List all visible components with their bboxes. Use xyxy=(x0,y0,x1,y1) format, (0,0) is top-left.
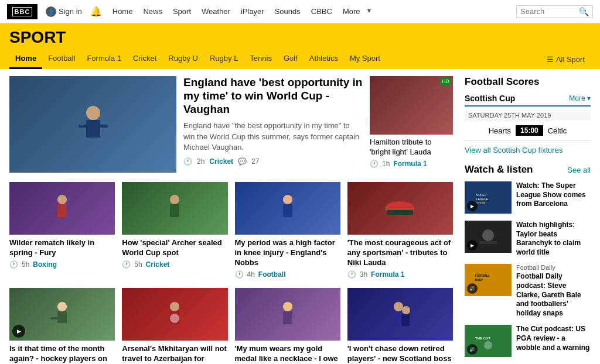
sport-nav-rugbyu[interactable]: Rugby U xyxy=(162,49,204,69)
sign-in-button[interactable]: 👤 Sign in xyxy=(46,6,82,17)
nav-more-chevron: ▼ xyxy=(366,7,373,16)
see-all-link[interactable]: See all xyxy=(567,166,591,174)
audio-icon-4[interactable]: 🔊 xyxy=(467,344,478,355)
football1-time: 4h xyxy=(247,270,255,279)
watch-item-4-title[interactable]: The Cut podcast: US PGA review - a wobbl… xyxy=(516,325,591,352)
grid-item-arsenal-title[interactable]: Arsenal's Mkhitaryan will not travel to … xyxy=(122,344,227,364)
watch-item-2: ▶ Watch highlights: Taylor beats Baranch… xyxy=(465,221,591,257)
side-clock-icon: 🕐 xyxy=(370,160,379,168)
more-link[interactable]: More ▾ xyxy=(569,94,591,102)
watch-item-1-thumb[interactable]: SUPERLEAGUESHOW ▶ xyxy=(465,181,512,214)
grid-item-hockey: ▶ Is it that time of the month again? - … xyxy=(9,288,115,364)
all-sport-button[interactable]: ☰ All Sport xyxy=(541,50,591,68)
hockey-image xyxy=(47,300,77,329)
watch-item-4: THE CUT 🔊 The Cut podcast: US PGA review… xyxy=(465,325,591,357)
grid-row-2: ▶ Is it that time of the month again? - … xyxy=(9,288,453,364)
search-icon[interactable]: 🔍 xyxy=(579,7,589,16)
featured-category[interactable]: Cricket xyxy=(209,157,233,166)
side-category[interactable]: Formula 1 xyxy=(393,160,427,168)
featured-headline[interactable]: England have 'best opportunity in my tim… xyxy=(183,76,363,116)
side-time: 1h xyxy=(382,160,390,168)
nav-cbbc[interactable]: CBBC xyxy=(306,7,337,16)
svg-point-4 xyxy=(57,195,67,204)
svg-point-22 xyxy=(402,306,410,314)
all-sport-label: All Sport xyxy=(556,55,585,64)
watch-item-1-title[interactable]: Watch: The Super League Show comes from … xyxy=(516,181,591,209)
featured-main-text: England have 'best opportunity in my tim… xyxy=(183,76,363,173)
svg-point-29 xyxy=(482,229,494,241)
nav-sounds[interactable]: Sounds xyxy=(270,7,305,16)
nav-news[interactable]: News xyxy=(138,7,167,16)
featured-meta: 🕐 2h Cricket 💬 27 xyxy=(183,157,363,166)
grid-item-netball: 'My mum wears my gold medal like a neckl… xyxy=(235,288,340,364)
play-icon-1[interactable]: ▶ xyxy=(467,201,478,211)
view-fixtures-link[interactable]: View all Scottish Cup fixtures xyxy=(465,146,562,154)
nav-weather[interactable]: Weather xyxy=(197,7,235,16)
sport-nav-cricket[interactable]: Cricket xyxy=(127,49,162,69)
svg-text:THE CUT: THE CUT xyxy=(475,336,490,340)
grid-item-hockey-title[interactable]: Is it that time of the month again? - ho… xyxy=(9,344,115,364)
svg-rect-3 xyxy=(100,125,108,128)
grid-item-formula1-title[interactable]: 'The most courageous act of any sportsma… xyxy=(347,238,453,268)
sport-nav-home[interactable]: Home xyxy=(9,49,42,69)
sport-nav-formula1[interactable]: Formula 1 xyxy=(81,49,127,69)
search-box[interactable]: 🔍 xyxy=(516,5,593,18)
sport-nav-football[interactable]: Football xyxy=(42,49,81,69)
boxing-category[interactable]: Boxing xyxy=(33,260,57,269)
grid-item-cricket-title[interactable]: How 'special' Archer sealed World Cup sp… xyxy=(122,238,227,258)
svg-point-0 xyxy=(86,106,100,120)
hamburger-icon: ☰ xyxy=(547,55,554,64)
svg-rect-14 xyxy=(50,317,59,320)
sport-nav-tennis[interactable]: Tennis xyxy=(244,49,278,69)
sport-header: SPORT Home Football Formula 1 Cricket Ru… xyxy=(0,23,600,69)
grid-item-scotland: 'I won't chase down retired players' - n… xyxy=(347,288,453,364)
featured-side-title[interactable]: Hamilton tribute to 'bright light' Lauda xyxy=(370,138,453,157)
grid-item-football1-title[interactable]: My period was a high factor in knee inju… xyxy=(235,238,340,268)
watch-item-4-thumb[interactable]: THE CUT 🔊 xyxy=(465,325,512,357)
formula1-image xyxy=(384,200,416,217)
watch-item-3-title[interactable]: Football Daily podcast: Steve Clarke, Ga… xyxy=(516,272,591,318)
grid-item-netball-title[interactable]: 'My mum wears my gold medal like a neckl… xyxy=(235,344,340,364)
cut-podcast-thumb: THE CUT xyxy=(473,331,503,351)
audio-icon-3[interactable]: 🔊 xyxy=(467,283,478,294)
watch-item-3-thumb[interactable]: FOOTBALLDAILY 🔊 xyxy=(465,264,512,296)
grid-item-scotland-title[interactable]: 'I won't chase down retired players' - n… xyxy=(347,344,453,364)
svg-rect-1 xyxy=(86,120,100,138)
nav-home[interactable]: Home xyxy=(108,7,138,16)
nav-sport[interactable]: Sport xyxy=(168,7,196,16)
clock-icon: 🕐 xyxy=(235,270,244,279)
grid-item-boxing-title[interactable]: Wilder rematch likely in spring - Fury xyxy=(9,238,115,258)
sport-title: SPORT xyxy=(9,28,591,49)
nav-iplayer[interactable]: iPlayer xyxy=(236,7,269,16)
arsenal-image xyxy=(163,300,186,329)
svg-rect-2 xyxy=(79,125,87,128)
grid-item-cricket: How 'special' Archer sealed World Cup sp… xyxy=(122,182,227,279)
sport-nav-athletics[interactable]: Athletics xyxy=(304,49,344,69)
nav-more[interactable]: More xyxy=(338,7,365,16)
sport-nav-golf[interactable]: Golf xyxy=(278,49,304,69)
comment-icon: 💬 xyxy=(238,157,247,166)
cricket-time: 5h xyxy=(134,260,142,269)
sport-nav-mysport[interactable]: My Sport xyxy=(344,49,386,69)
watch-item-2-thumb[interactable]: ▶ xyxy=(465,221,512,253)
play-icon[interactable]: ▶ xyxy=(12,325,25,338)
play-icon-2[interactable]: ▶ xyxy=(467,240,478,250)
bbc-logo[interactable]: BBC xyxy=(7,4,38,19)
notification-bell[interactable]: 🔔 xyxy=(90,6,102,17)
svg-rect-11 xyxy=(387,210,413,215)
grid-item-boxing-meta: 🕐 5h Boxing xyxy=(9,260,115,269)
svg-point-8 xyxy=(283,195,292,204)
watch-item-2-title[interactable]: Watch highlights: Taylor beats Baranchyk… xyxy=(516,221,591,257)
search-input[interactable] xyxy=(520,7,579,16)
svg-point-12 xyxy=(57,302,67,311)
football1-category[interactable]: Football xyxy=(258,270,286,279)
netball-image xyxy=(276,300,299,329)
svg-rect-9 xyxy=(283,204,292,217)
clock-icon: 🕐 xyxy=(183,157,192,166)
boxing-highlights-thumb xyxy=(473,226,503,247)
grid-item-arsenal: Arsenal's Mkhitaryan will not travel to … xyxy=(122,288,227,364)
sport-nav-rugbyl[interactable]: Rugby L xyxy=(204,49,244,69)
cricket-category[interactable]: Cricket xyxy=(146,260,170,269)
formula1-category[interactable]: Formula 1 xyxy=(371,270,404,279)
grid-item-formula1: 'The most courageous act of any sportsma… xyxy=(347,182,453,279)
